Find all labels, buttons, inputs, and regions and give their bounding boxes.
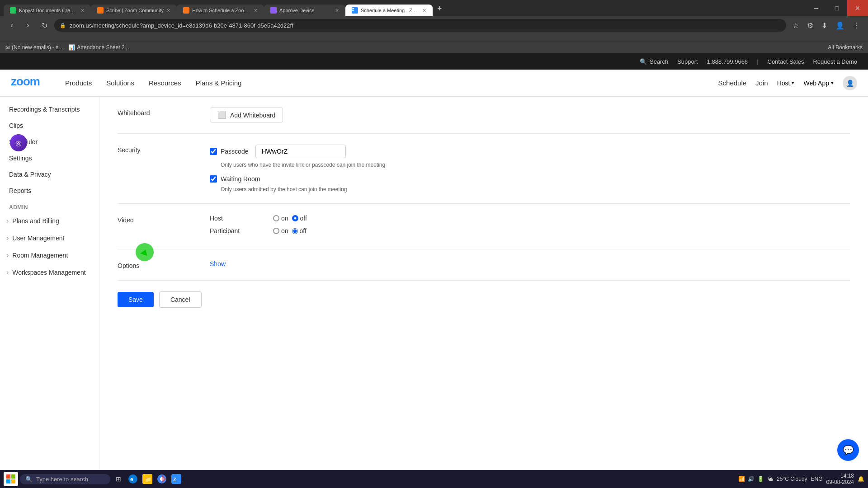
sidebar-item-reports[interactable]: Reports [0,183,99,199]
host-off-radio[interactable] [292,215,298,221]
svg-rect-1 [6,474,10,479]
contact-sales-link[interactable]: Contact Sales [768,58,804,65]
nav-solutions[interactable]: Solutions [106,79,134,87]
battery-icon[interactable]: 🔋 [757,476,764,482]
browser-tab-4[interactable]: Approve Device ✕ [264,5,345,16]
profile-icon[interactable]: 👤 [833,20,847,31]
all-bookmarks-button[interactable]: All Bookmarks [828,44,863,51]
browser-tab-5[interactable]: Z Schedule a Meeting - Zoom ✕ [345,5,433,16]
sidebar-item-user-management[interactable]: User Management [0,230,99,247]
tab-close-4[interactable]: ✕ [335,8,339,14]
passcode-checkbox-label[interactable]: Passcode [210,148,248,155]
taskbar-icon-explorer[interactable]: 📁 [141,473,154,485]
taskbar-icon-edge[interactable]: e [127,473,139,485]
search-button[interactable]: 🔍 Search [640,58,668,65]
passcode-checkbox[interactable] [210,148,217,155]
tab-title-2: Scribe | Zoom Community [106,8,164,13]
sidebar-item-plans-billing[interactable]: Plans and Billing [0,212,99,230]
download-icon[interactable]: ⬇ [819,20,830,31]
participant-off-label[interactable]: off [292,227,307,235]
passcode-label: Passcode [221,148,248,155]
tab-close-2[interactable]: ✕ [166,8,170,14]
bookmark-item-email[interactable]: ✉ (No new emails) - s... [5,44,63,51]
tab-close-3[interactable]: ✕ [254,8,258,14]
sidebar-room-management-label: Room Management [12,252,68,259]
close-window-button[interactable]: ✕ [847,0,868,16]
host-off-label[interactable]: off [292,215,307,222]
volume-icon[interactable]: 🔊 [748,476,755,482]
browser-tab-2[interactable]: Scribe | Zoom Community ✕ [91,5,177,16]
host-off-text: off [300,215,307,222]
video-label: Video [118,215,199,224]
sidebar-item-recordings[interactable]: Recordings & Transcripts [0,101,99,117]
zoom-logo[interactable]: zoom [11,75,47,91]
favicon-2 [97,7,104,14]
tab-close-5[interactable]: ✕ [422,8,426,14]
nav-plans[interactable]: Plans & Pricing [196,79,242,87]
bookmark-item-sheet[interactable]: 📊 Attendance Sheet 2... [68,44,129,51]
menu-icon[interactable]: ⋮ [850,20,863,31]
nav-resources[interactable]: Resources [149,79,181,87]
back-button[interactable]: ‹ [5,19,18,32]
show-options-link[interactable]: Show [210,260,226,267]
nav-join[interactable]: Join [755,79,768,87]
taskbar-search[interactable]: 🔍 Type here to search [20,474,110,484]
taskbar-icon-zoom[interactable]: Z [170,473,183,485]
address-text: zoom.us/meeting/schedule?amp_device_id=e… [70,22,293,29]
sheet-favicon: 📊 [68,44,75,51]
sidebar-item-workspaces-management[interactable]: Workspaces Management [0,264,99,281]
host-on-radio[interactable] [273,215,279,221]
sidebar-item-clips[interactable]: Clips [0,117,99,134]
bookmark-star-icon[interactable]: ☆ [790,20,802,31]
zoom-nav: zoom Products Solutions Resources Plans … [0,70,868,97]
whiteboard-label: Whiteboard [118,108,199,117]
favicon-1 [10,7,16,14]
start-button[interactable] [4,472,18,486]
browser-tabs: Kopyst Documents Creation.xl... ✕ Scribe… [0,0,868,16]
tab-close-1[interactable]: ✕ [80,8,85,14]
add-whiteboard-button[interactable]: ⬜ Add Whiteboard [210,108,283,122]
address-bar[interactable]: 🔒 zoom.us/meeting/schedule?amp_device_id… [54,19,786,32]
new-tab-button[interactable]: + [433,1,447,16]
user-avatar[interactable]: 👤 [843,76,857,90]
search-icon: 🔍 [640,58,647,65]
svg-rect-3 [6,479,10,483]
participant-on-label[interactable]: on [273,227,288,235]
support-link[interactable]: Support [677,58,698,65]
browser-tab-3[interactable]: How to Schedule a Zoom Mee... ✕ [177,5,264,16]
host-radio-group: on off [273,215,307,222]
sidebar-item-room-management[interactable]: Room Management [0,247,99,264]
host-on-text: on [281,215,288,222]
save-button[interactable]: Save [118,292,154,307]
taskbar-task-view[interactable]: ⊞ [112,473,125,485]
reload-button[interactable]: ↻ [38,19,51,32]
participant-off-radio[interactable] [292,228,298,234]
extension-puzzle-icon[interactable]: ⚙ [804,20,816,31]
forward-button[interactable]: › [22,19,34,32]
network-icon[interactable]: 📶 [738,476,745,482]
host-label: Host [210,215,255,222]
nav-schedule[interactable]: Schedule [718,79,747,87]
nav-webapp-dropdown[interactable]: Web App [803,80,834,87]
cancel-button[interactable]: Cancel [159,291,202,308]
waiting-room-checkbox-label[interactable]: Waiting Room [210,175,260,183]
nav-products[interactable]: Products [65,79,92,87]
waiting-room-checkbox[interactable] [210,175,217,183]
participant-on-radio[interactable] [273,228,279,234]
passcode-input[interactable] [255,145,346,158]
bookmark-sheet-label: Attendance Sheet 2... [77,44,129,51]
maximize-button[interactable]: □ [826,0,847,16]
taskbar-icon-chrome[interactable] [156,473,168,485]
phone-link[interactable]: 1.888.799.9666 [707,58,748,65]
nav-host-dropdown[interactable]: Host [777,80,795,87]
notification-icon[interactable]: 🔔 [858,476,864,482]
sidebar-workspaces-management-label: Workspaces Management [12,269,85,276]
minimize-button[interactable]: ─ [806,0,826,16]
host-on-label[interactable]: on [273,215,288,222]
purple-circle-button[interactable]: ◎ [10,134,27,151]
request-demo-link[interactable]: Request a Demo [813,58,857,65]
chat-bubble-button[interactable]: 💬 [837,439,859,461]
browser-tab-1[interactable]: Kopyst Documents Creation.xl... ✕ [4,5,91,16]
sidebar-item-data-privacy[interactable]: Data & Privacy [0,166,99,183]
sidebar-item-settings[interactable]: Settings [0,150,99,166]
